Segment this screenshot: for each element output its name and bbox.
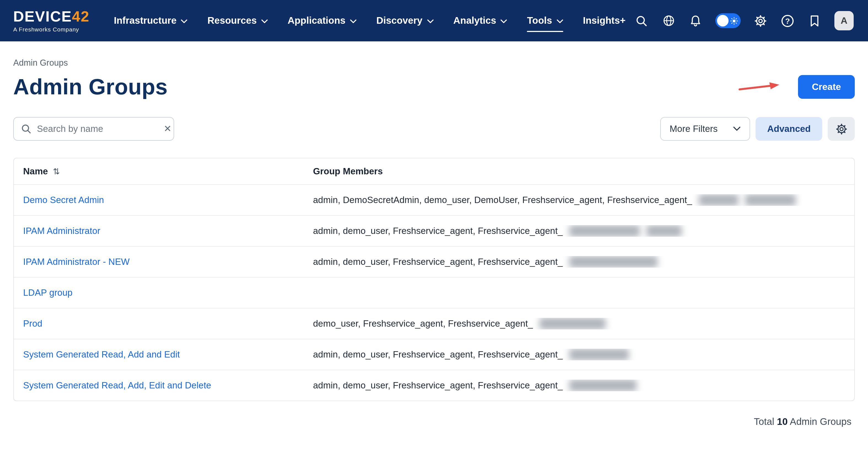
search-box: ✕ — [13, 117, 174, 141]
group-members-cell: admin, demo_user, Freshservice_agent, Fr… — [313, 379, 854, 391]
nav-item-discovery[interactable]: Discovery — [376, 0, 433, 41]
chevron-down-icon — [350, 19, 356, 24]
chevron-down-icon — [556, 19, 563, 24]
sun-icon — [730, 17, 738, 25]
clear-search-icon[interactable]: ✕ — [164, 124, 172, 134]
device42-logo[interactable]: DEVICE42 A Freshworks Company — [13, 9, 90, 33]
chevron-down-icon — [261, 19, 268, 24]
gear-icon — [835, 123, 847, 135]
group-name-link[interactable]: IPAM Administrator - NEW — [23, 257, 129, 267]
avatar[interactable]: A — [834, 11, 854, 30]
members-text: admin, demo_user, Freshservice_agent, Fr… — [313, 349, 563, 360]
name-cell: System Generated Read, Add and Edit — [14, 349, 313, 360]
members-text: admin, demo_user, Freshservice_agent, Fr… — [313, 257, 563, 267]
total-count: Total 10 Admin Groups — [13, 416, 855, 428]
group-members-cell: admin, demo_user, Freshservice_agent, Fr… — [313, 256, 854, 267]
nav-item-applications[interactable]: Applications — [288, 0, 356, 41]
table-row: System Generated Read, Add and Edit admi… — [14, 339, 854, 370]
bookmark-icon[interactable] — [807, 13, 822, 28]
group-name-link[interactable]: System Generated Read, Add and Edit — [23, 349, 180, 360]
theme-toggle-knob — [717, 15, 728, 27]
search-icon[interactable] — [634, 13, 649, 28]
nav-item-label: Discovery — [376, 15, 423, 27]
chevron-down-icon — [427, 19, 433, 24]
nav-item-label: Infrastructure — [114, 15, 177, 27]
chevron-down-icon — [501, 19, 507, 24]
group-members-cell: admin, DemoSecretAdmin, demo_user, DemoU… — [313, 194, 854, 206]
search-input-icon — [21, 123, 31, 134]
nav-item-label: Resources — [208, 15, 257, 27]
members-text: demo_user, Freshservice_agent, Freshserv… — [313, 318, 533, 329]
table-row: LDAP group — [14, 277, 854, 308]
annotation-arrow — [739, 81, 780, 92]
total-prefix: Total — [754, 416, 774, 427]
create-button[interactable]: Create — [798, 75, 855, 99]
chevron-down-icon — [733, 126, 741, 131]
more-filters-dropdown[interactable]: More Filters — [660, 117, 750, 141]
group-name-link[interactable]: LDAP group — [23, 287, 72, 298]
search-input[interactable] — [37, 123, 158, 134]
nav-item-insights-[interactable]: Insights+ — [583, 0, 625, 41]
table-row: IPAM Administrator - NEW admin, demo_use… — [14, 246, 854, 277]
right-filters: More Filters Advanced — [660, 117, 855, 141]
help-icon[interactable]: ? — [780, 13, 795, 28]
group-members-cell: admin, demo_user, Freshservice_agent, Fr… — [313, 225, 854, 237]
title-row: Admin Groups Create — [13, 75, 855, 99]
globe-icon[interactable] — [661, 13, 676, 28]
nav-item-label: Insights+ — [583, 15, 625, 27]
group-name-link[interactable]: Prod — [23, 318, 42, 329]
primary-nav: Infrastructure Resources Applications Di… — [114, 0, 625, 41]
admin-groups-table: Name ⇅ Group Members Demo Secret Admin a… — [13, 158, 855, 401]
nav-item-resources[interactable]: Resources — [208, 0, 268, 41]
members-text: admin, demo_user, Freshservice_agent, Fr… — [313, 226, 563, 236]
name-cell: System Generated Read, Add, Edit and Del… — [14, 380, 313, 391]
sort-icon[interactable]: ⇅ — [53, 166, 60, 176]
redacted-members — [647, 225, 682, 237]
total-suffix: Admin Groups — [790, 416, 851, 427]
header-name-label: Name — [23, 166, 48, 176]
page-title: Admin Groups — [13, 75, 167, 99]
redacted-members — [569, 349, 629, 360]
members-text: admin, demo_user, Freshservice_agent, Fr… — [313, 380, 563, 391]
nav-item-label: Tools — [527, 15, 552, 27]
name-cell: Demo Secret Admin — [14, 195, 313, 205]
group-name-link[interactable]: IPAM Administrator — [23, 226, 100, 236]
gear-icon[interactable] — [753, 13, 768, 28]
table-settings-button[interactable] — [828, 117, 855, 141]
group-name-link[interactable]: Demo Secret Admin — [23, 195, 104, 205]
redacted-members — [569, 256, 657, 267]
logo-accent-42: 42 — [72, 8, 90, 25]
navbar-actions: ? A — [634, 11, 854, 30]
nav-item-analytics[interactable]: Analytics — [453, 0, 507, 41]
table-row: Prod demo_user, Freshservice_agent, Fres… — [14, 308, 854, 339]
redacted-members — [569, 379, 637, 391]
help-question-mark: ? — [781, 15, 794, 27]
filter-row: ✕ More Filters Advanced — [13, 117, 855, 141]
group-members-cell: admin, demo_user, Freshservice_agent, Fr… — [313, 349, 854, 360]
top-navbar: DEVICE42 A Freshworks Company Infrastruc… — [0, 0, 868, 41]
nav-item-label: Applications — [288, 15, 345, 27]
members-text: admin, DemoSecretAdmin, demo_user, DemoU… — [313, 195, 692, 205]
redacted-members — [699, 194, 739, 206]
name-cell: Prod — [14, 318, 313, 329]
name-cell: IPAM Administrator — [14, 226, 313, 236]
nav-item-infrastructure[interactable]: Infrastructure — [114, 0, 188, 41]
bell-icon[interactable] — [688, 13, 703, 28]
breadcrumb[interactable]: Admin Groups — [13, 58, 855, 68]
theme-toggle[interactable] — [715, 13, 741, 28]
redacted-members — [569, 225, 640, 237]
table-row: IPAM Administrator admin, demo_user, Fre… — [14, 215, 854, 246]
table-row: Demo Secret Admin admin, DemoSecretAdmin… — [14, 184, 854, 215]
logo-tagline: A Freshworks Company — [13, 26, 90, 32]
table-body: Demo Secret Admin admin, DemoSecretAdmin… — [14, 184, 854, 401]
table-header-row: Name ⇅ Group Members — [14, 158, 854, 184]
name-cell: IPAM Administrator - NEW — [14, 257, 313, 267]
advanced-button[interactable]: Advanced — [755, 117, 822, 141]
main-content: Admin Groups Admin Groups Create ✕ More — [0, 58, 868, 428]
name-cell: LDAP group — [14, 287, 313, 298]
nav-item-tools[interactable]: Tools — [527, 0, 563, 41]
group-name-link[interactable]: System Generated Read, Add, Edit and Del… — [23, 380, 211, 391]
group-members-cell: demo_user, Freshservice_agent, Freshserv… — [313, 318, 854, 330]
redacted-members — [539, 318, 606, 330]
more-filters-label: More Filters — [670, 123, 717, 134]
